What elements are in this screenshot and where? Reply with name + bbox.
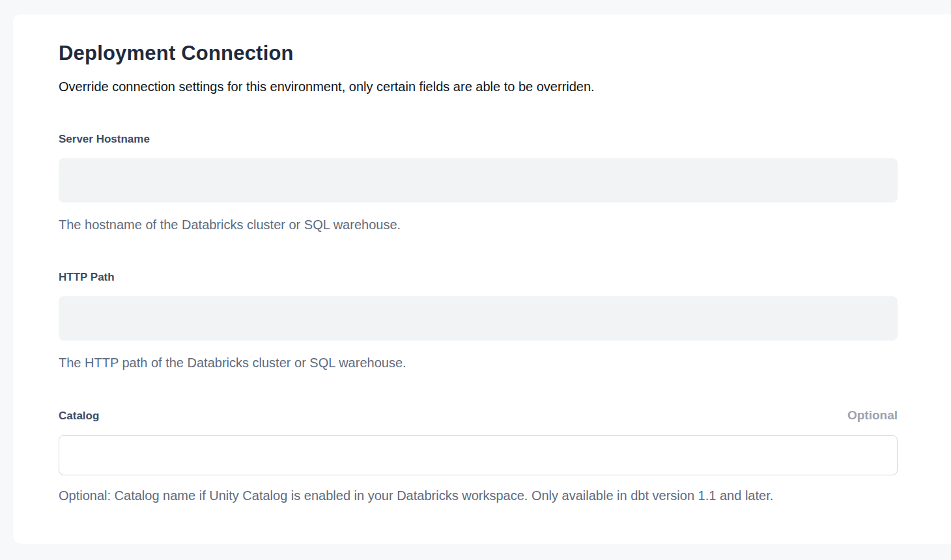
http-path-help: The HTTP path of the Databricks cluster … bbox=[59, 355, 898, 371]
http-path-label-row: HTTP Path bbox=[59, 270, 898, 285]
catalog-label-row: Catalog Optional bbox=[59, 408, 898, 423]
catalog-input[interactable] bbox=[59, 435, 898, 475]
field-group-http-path: HTTP Path The HTTP path of the Databrick… bbox=[59, 270, 898, 371]
http-path-input bbox=[59, 296, 898, 341]
page-subtitle: Override connection settings for this en… bbox=[59, 79, 898, 95]
catalog-label: Catalog bbox=[59, 409, 99, 423]
catalog-optional-tag: Optional bbox=[847, 408, 898, 423]
http-path-label: HTTP Path bbox=[59, 270, 115, 285]
field-group-catalog: Catalog Optional Optional: Catalog name … bbox=[59, 408, 898, 504]
server-hostname-help: The hostname of the Databricks cluster o… bbox=[59, 217, 898, 233]
field-group-server-hostname: Server Hostname The hostname of the Data… bbox=[59, 132, 898, 233]
server-hostname-label-row: Server Hostname bbox=[59, 132, 898, 147]
server-hostname-input bbox=[59, 158, 898, 203]
server-hostname-label: Server Hostname bbox=[59, 132, 150, 147]
card-content: Deployment Connection Override connectio… bbox=[13, 14, 898, 504]
catalog-help: Optional: Catalog name if Unity Catalog … bbox=[59, 488, 898, 504]
deployment-connection-card: Deployment Connection Override connectio… bbox=[13, 14, 951, 544]
page-title: Deployment Connection bbox=[59, 42, 898, 65]
